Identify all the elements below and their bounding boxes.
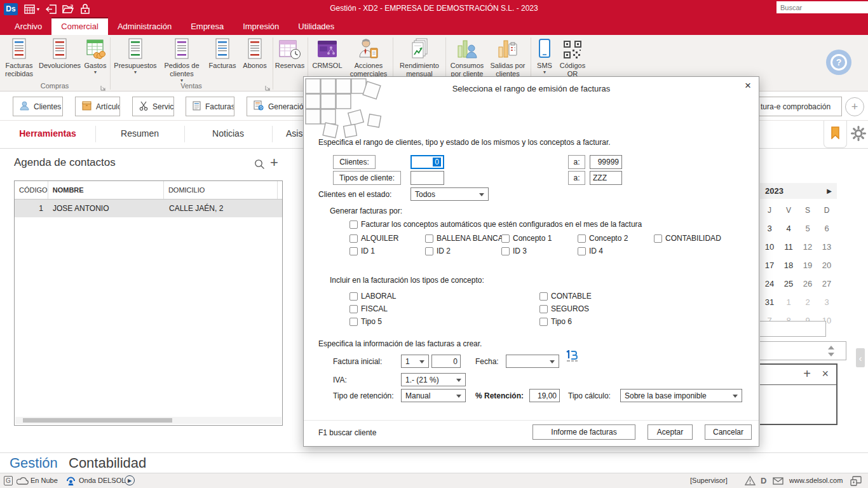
calendar-day[interactable]: 4	[786, 224, 790, 233]
add-tab-button[interactable]: +	[845, 97, 864, 116]
ribbon-facturas-recibidas[interactable]: Facturas recibidas	[1, 37, 37, 78]
calendar-day[interactable]: 26	[803, 279, 812, 288]
clientes-to-input[interactable]: 99999	[590, 155, 622, 169]
aceptar-button[interactable]: Aceptar	[648, 424, 693, 440]
serie-dropdown[interactable]: 1	[401, 355, 429, 368]
ribbon-facturas[interactable]: Facturas	[206, 37, 239, 70]
column-header-codigo[interactable]: CÓDIGO	[15, 181, 48, 199]
panel-add-button[interactable]: +	[803, 367, 811, 381]
checkbox-id-1[interactable]: ID 1	[349, 247, 375, 255]
bookmark-tab[interactable]	[824, 121, 847, 148]
warning-icon[interactable]	[745, 476, 756, 487]
spin-up-icon[interactable]	[828, 346, 834, 349]
lock-icon[interactable]	[79, 3, 91, 15]
estado-dropdown[interactable]: Todos	[410, 187, 489, 201]
table-row[interactable]: 1 JOSE ANTONIO CALLE JAÉN, 2	[15, 200, 282, 217]
side-field[interactable]	[760, 321, 826, 337]
module-tab-gestion[interactable]: Gestión	[10, 455, 58, 471]
checkbox-conceptos-automaticos[interactable]: Facturar los conceptos automáticos que e…	[349, 220, 642, 229]
calendar-day[interactable]: 13	[822, 242, 831, 252]
tab-empresa[interactable]: Empresa	[181, 18, 233, 35]
a-label-button[interactable]: a:	[568, 171, 585, 185]
checkbox-laboral[interactable]: LABORAL	[349, 292, 396, 301]
ribbon-sms[interactable]: SMS ▾	[534, 37, 555, 75]
tab-utilidades[interactable]: Utilidades	[288, 18, 344, 35]
scrollbar-thumb[interactable]	[23, 418, 172, 423]
calendar-day[interactable]: 11	[784, 242, 793, 252]
tipos-to-input[interactable]: ZZZ	[590, 171, 622, 185]
calendar-day[interactable]: 1	[786, 297, 790, 307]
calendar-day[interactable]: 27	[822, 279, 831, 288]
iva-dropdown[interactable]: 1.- (21 %)	[401, 373, 466, 386]
dialog-launcher-icon[interactable]	[265, 82, 271, 88]
status-website-link[interactable]: www.sdelsol.com	[789, 477, 843, 484]
numero-input[interactable]: 0	[431, 355, 461, 368]
calendar-day[interactable]: 31	[765, 297, 774, 307]
calendar-day[interactable]: 18	[784, 261, 793, 270]
factura-numbering-icon[interactable]	[565, 350, 579, 365]
checkbox-fiscal[interactable]: FISCAL	[349, 304, 388, 313]
fecha-dropdown[interactable]	[506, 355, 559, 368]
checkbox-contabilidad[interactable]: CONTABILIDAD	[654, 234, 721, 243]
servicios-button[interactable]: Servicios	[132, 97, 174, 116]
calendar-day[interactable]: 2	[805, 297, 810, 307]
ribbon-rendimiento-mensual[interactable]: Rendimiento mensual	[395, 37, 444, 78]
column-header-domicilio[interactable]: DOMICILIO	[164, 181, 278, 199]
calendar-day[interactable]: 19	[803, 261, 812, 270]
column-header-nombre[interactable]: NOMBRE	[48, 181, 164, 199]
checkbox-tipo-5[interactable]: Tipo 5	[349, 317, 382, 326]
clientes-label-button[interactable]: Clientes:	[333, 155, 376, 169]
dialog-close-icon[interactable]: ×	[745, 79, 751, 92]
tab-comercial[interactable]: Comercial	[51, 17, 108, 35]
g-icon[interactable]: G	[4, 476, 13, 485]
clientes-button[interactable]: Clientes	[13, 97, 63, 116]
cancelar-button[interactable]: Cancelar	[705, 424, 752, 440]
search-input[interactable]	[776, 1, 868, 13]
ribbon-pedidos-clientes[interactable]: Pedidos de clientes ▾	[159, 37, 205, 83]
exit-icon[interactable]	[45, 3, 57, 15]
checkbox-seguros[interactable]: SEGUROS	[539, 304, 589, 313]
delsol-d-icon[interactable]: D	[761, 476, 766, 485]
calendar-day[interactable]: 10	[765, 242, 774, 252]
tab-administracion[interactable]: Administración	[108, 18, 181, 35]
calendar-day[interactable]: 3	[767, 224, 771, 233]
checkbox-tipo-6[interactable]: Tipo 6	[539, 317, 572, 326]
checkbox-concepto-2[interactable]: Concepto 2	[578, 234, 628, 243]
settings-button[interactable]	[850, 126, 867, 143]
ribbon-consumos-por-cliente[interactable]: Consumos por cliente	[447, 37, 487, 78]
calendar-day[interactable]: 12	[803, 242, 812, 252]
help-button[interactable]: ?	[826, 50, 851, 75]
ribbon-crmsol[interactable]: CRMSOL	[310, 37, 344, 70]
checkbox-contable[interactable]: CONTABLE	[539, 292, 592, 301]
checkbox-id-2[interactable]: ID 2	[425, 247, 451, 255]
facturas-button[interactable]: Facturas	[186, 97, 234, 116]
retencion-dropdown[interactable]: Manual	[401, 389, 466, 402]
spin-down-icon[interactable]	[828, 353, 834, 356]
a-label-button[interactable]: a:	[568, 155, 585, 169]
ribbon-codigos-qr[interactable]: Códigos QR	[554, 37, 591, 78]
pct-retencion-input[interactable]: 19,00	[529, 389, 560, 402]
checkbox-ballena-blanca[interactable]: BALLENA BLANCA	[425, 234, 503, 243]
tab-noticias[interactable]: Noticias	[184, 128, 272, 139]
clientes-from-input[interactable]: 0	[410, 155, 444, 169]
checkbox-id-4[interactable]: ID 4	[578, 247, 603, 255]
envelope-icon[interactable]	[773, 477, 783, 486]
tab-impresion[interactable]: Impresión	[233, 18, 288, 35]
calendar-day[interactable]: 24	[765, 279, 774, 288]
side-spinner-field[interactable]	[760, 341, 846, 360]
ribbon-reservas[interactable]: Reservas	[273, 37, 306, 70]
horizontal-scrollbar[interactable]	[15, 417, 281, 424]
checkbox-id-3[interactable]: ID 3	[501, 247, 527, 255]
calendar-day[interactable]: 20	[822, 261, 831, 270]
calendar-day[interactable]: 3	[824, 297, 829, 307]
factura-e-comprobacion-button[interactable]: tura-e comprobación	[754, 97, 842, 116]
calendar-icon[interactable]	[24, 3, 35, 15]
add-contact-button[interactable]: +	[270, 154, 278, 171]
calendar-day[interactable]: 17	[765, 261, 774, 270]
ribbon-devoluciones[interactable]: Devoluciones	[37, 37, 83, 70]
calendar-day[interactable]: 6	[824, 224, 829, 233]
ribbon-abonos[interactable]: Abonos	[240, 37, 270, 70]
calendar-day[interactable]: 5	[805, 224, 810, 233]
play-button[interactable]: ▶	[125, 475, 135, 485]
calendar-day[interactable]: 25	[784, 279, 793, 288]
